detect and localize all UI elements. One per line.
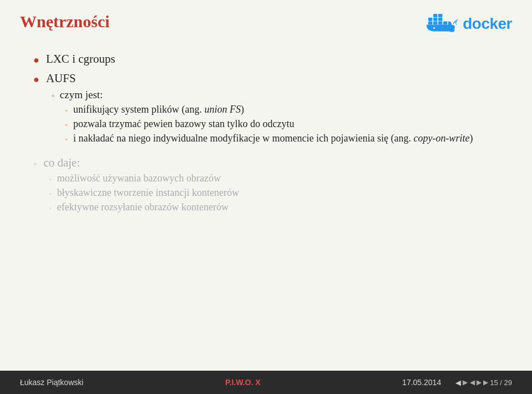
bullet-icon-poz: ◦ (65, 121, 68, 129)
main-content: ● LXC i cgroups ● AUFS ◦ czym jest: (0, 36, 532, 371)
mozliwosc-text: możliwość używania bazowych obrazów (57, 173, 221, 184)
czym-jest-sub-list: ◦ unifikujący system plików (ang. union … (65, 104, 473, 144)
svg-rect-3 (443, 22, 448, 25)
svg-rect-4 (428, 18, 433, 21)
svg-rect-5 (433, 18, 438, 21)
czym-jest-block: czym jest: ◦ unifikujący system plików (… (60, 89, 473, 147)
svg-rect-0 (428, 22, 433, 25)
unifikujacy-item: ◦ unifikujący system plików (ang. union … (65, 104, 473, 115)
efektywne-item: ◦ efektywne rozsyłanie obrazów konteneró… (49, 201, 239, 213)
docker-logo: docker (425, 12, 512, 36)
nav-icons: ▶ ◀ ▶ ▶ (463, 378, 488, 386)
page-sep: / (500, 378, 504, 387)
svg-rect-8 (438, 14, 443, 17)
docker-whale-icon (425, 12, 458, 36)
nakladac-item: ◦ i nakładać na niego indywidualne modyf… (65, 133, 473, 144)
list-item-co-daje: ◦ co daje: ◦ możliwość używania bazowych… (33, 156, 499, 216)
nakladac-text: i nakładać na niego indywidualne modyfik… (73, 133, 473, 144)
main-list: ● LXC i cgroups ● AUFS ◦ czym jest: (33, 52, 499, 216)
aufs-sub-list: ◦ czym jest: ◦ unifikujący system plików… (52, 89, 473, 147)
nav-left-icon[interactable]: ◀ (455, 378, 461, 387)
bullet-icon-nak: ◦ (65, 135, 68, 144)
mozliwosc-item: ◦ możliwość używania bazowych obrazów (49, 173, 239, 184)
footer-right: 17.05.2014 ◀ ▶ ◀ ▶ ▶ 15 / 29 (402, 378, 512, 387)
czym-jest-text: czym jest: (60, 89, 103, 100)
unifikujacy-text: unifikujący system plików (ang. union FS… (73, 104, 244, 115)
blyskawiczne-item: ◦ błyskawiczne tworzenie instancji konte… (49, 187, 239, 199)
svg-rect-1 (433, 22, 438, 25)
bullet-icon-co: ◦ (33, 158, 37, 170)
page-total: 29 (504, 378, 512, 387)
svg-rect-7 (433, 14, 438, 17)
footer-author: Łukasz Piątkowski (20, 378, 83, 387)
bullet-icon-moz: ◦ (49, 175, 51, 184)
svg-rect-2 (438, 22, 443, 25)
co-daje-sub-list: ◦ możliwość używania bazowych obrazów ◦ … (49, 173, 239, 213)
footer-nav: ◀ ▶ ◀ ▶ ▶ 15 / 29 (455, 378, 512, 387)
list-item-lxc: ● LXC i cgroups (33, 52, 499, 66)
page-current: 15 (490, 378, 498, 387)
bullet-icon-bly: ◦ (49, 190, 51, 198)
aufs-text: AUFS (46, 72, 76, 85)
bullet-icon-aufs: ● (33, 74, 39, 85)
footer-project: P.I.W.O. X (225, 378, 261, 387)
slide-title: Wnętrzności (20, 12, 110, 31)
svg-point-9 (433, 27, 435, 29)
docker-label: docker (463, 15, 512, 33)
slide: Wnętrzności (0, 0, 532, 394)
list-item-aufs: ● AUFS ◦ czym jest: ◦ uni (33, 72, 499, 150)
pozwala-text: pozwala trzymać pewien bazowy stan tylko… (73, 118, 294, 130)
footer: Łukasz Piątkowski P.I.W.O. X 17.05.2014 … (0, 371, 532, 394)
footer-date: 17.05.2014 (402, 378, 441, 387)
co-daje-text: co daje: (43, 156, 80, 169)
svg-rect-6 (438, 18, 443, 21)
efektywne-text: efektywne rozsyłanie obrazów kontenerów (57, 201, 229, 213)
header: Wnętrzności (0, 0, 532, 36)
czym-jest-item: ◦ czym jest: ◦ unifikujący system plików… (52, 89, 473, 147)
co-daje-block: co daje: ◦ możliwość używania bazowych o… (43, 156, 239, 216)
aufs-block: AUFS ◦ czym jest: ◦ unifikujący system p… (46, 72, 473, 150)
bullet-icon-czym: ◦ (52, 92, 54, 100)
pozwala-item: ◦ pozwala trzymać pewien bazowy stan tyl… (65, 118, 473, 130)
blyskawiczne-text: błyskawiczne tworzenie instancji kontene… (57, 187, 239, 199)
bullet-icon-lxc: ● (33, 54, 39, 66)
bullet-icon-efe: ◦ (49, 204, 51, 213)
lxc-text: LXC i cgroups (46, 52, 115, 66)
bullet-icon-uni: ◦ (65, 107, 68, 115)
page-indicator: 15 / 29 (490, 378, 512, 387)
